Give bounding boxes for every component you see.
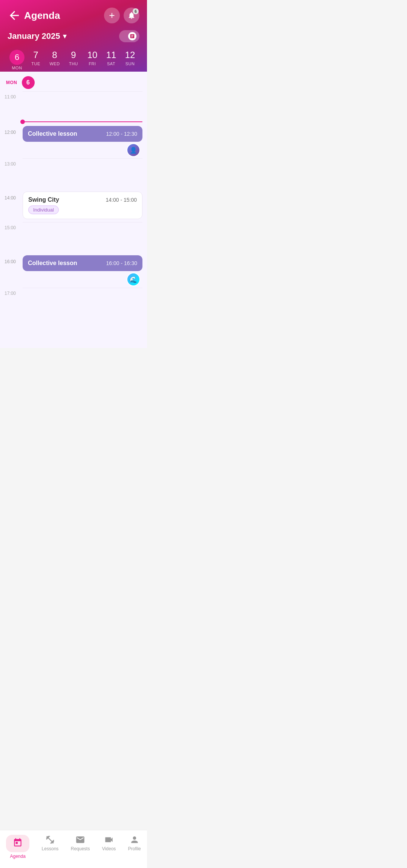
view-toggle-button[interactable]: [119, 30, 139, 42]
month-year-label: January 2025: [8, 31, 60, 41]
event-title-swing: Swing City: [28, 196, 59, 203]
day-col-thu[interactable]: 9 THU: [64, 50, 83, 70]
time-slot-11: 11:00: [0, 91, 147, 121]
day-number-wed: 8: [52, 50, 57, 61]
event-card-collective-2[interactable]: Collective lesson 16:00 - 16:30: [23, 255, 142, 271]
time-label-15: 15:00: [5, 222, 23, 252]
time-label-16: 16:00: [5, 254, 23, 286]
agenda-day-circle: 6: [22, 76, 35, 89]
avatar-2: 🌊: [127, 273, 140, 286]
time-slot-16: 16:00 Collective lesson 16:00 - 16:30 🌊: [0, 252, 147, 288]
notifications-button[interactable]: 6: [124, 8, 139, 23]
day-number-thu: 9: [71, 50, 76, 61]
time-slot-14: 14:00 Swing City 14:00 - 15:00 Individua…: [0, 189, 147, 222]
event-title-2: Collective lesson: [28, 260, 77, 267]
agenda-day-label: MON: [6, 80, 17, 85]
day-number-mon: 6: [9, 50, 24, 65]
day-col-sun[interactable]: 12 SUN: [121, 50, 139, 70]
chevron-down-icon: ▾: [63, 32, 66, 40]
time-label-17: 17:00: [5, 288, 23, 318]
day-name-sat: SAT: [107, 61, 115, 66]
avatar-1: 👤: [127, 143, 140, 157]
time-label-14: 14:00: [5, 190, 23, 221]
day-name-tue: TUE: [31, 61, 40, 66]
current-time-dot: [20, 120, 25, 124]
agenda-content: MON 6 11:00 12:00 Collective lesson 12:0…: [0, 72, 147, 348]
day-col-fri[interactable]: 10 FRI: [83, 50, 101, 70]
add-button[interactable]: [104, 8, 120, 23]
time-slot-13: 13:00: [0, 158, 147, 189]
day-col-tue[interactable]: 7 TUE: [27, 50, 45, 70]
notification-badge: 6: [133, 8, 139, 14]
time-slot-17: 17:00: [0, 288, 147, 318]
day-col-wed[interactable]: 8 WED: [46, 50, 64, 70]
back-button[interactable]: [8, 9, 21, 22]
event-time-1: 12:00 - 12:30: [106, 131, 137, 137]
event-tag-individual: Individual: [28, 205, 59, 214]
time-label-13: 13:00: [5, 158, 23, 189]
page-title: Agenda: [24, 10, 104, 21]
week-days-row: 6 MON 7 TUE 8 WED 9 THU 10 FRI 11 SAT 12…: [8, 48, 139, 72]
month-selector[interactable]: January 2025 ▾: [8, 31, 66, 41]
time-slot-15: 15:00: [0, 222, 147, 252]
event-time-2: 16:00 - 16:30: [106, 260, 137, 266]
time-slot-12: 12:00 Collective lesson 12:00 - 12:30 👤: [0, 123, 147, 158]
day-name-sun: SUN: [125, 61, 135, 66]
day-name-fri: FRI: [89, 61, 96, 66]
day-number-tue: 7: [33, 50, 38, 61]
day-number-sun: 12: [125, 50, 135, 61]
day-col-mon[interactable]: 6 MON: [8, 50, 26, 70]
day-number-sat: 11: [106, 50, 116, 61]
time-label-11: 11:00: [5, 91, 23, 121]
toggle-icon: [128, 32, 136, 40]
event-card-collective-1[interactable]: Collective lesson 12:00 - 12:30: [23, 126, 142, 142]
event-title-1: Collective lesson: [28, 130, 77, 137]
day-name-wed: WED: [49, 61, 60, 66]
event-card-swing-city[interactable]: Swing City 14:00 - 15:00 Individual: [23, 192, 142, 219]
day-number-fri: 10: [87, 50, 98, 61]
day-name-thu: THU: [69, 61, 78, 66]
time-label-12: 12:00: [5, 124, 23, 157]
day-col-sat[interactable]: 11 SAT: [102, 50, 120, 70]
event-time-swing: 14:00 - 15:00: [106, 197, 137, 203]
day-name-mon: MON: [12, 66, 22, 70]
